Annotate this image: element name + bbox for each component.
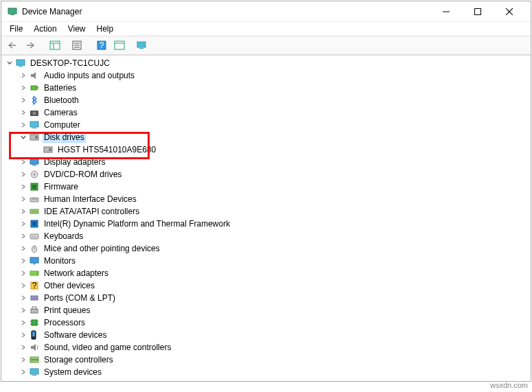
expander-icon[interactable] <box>18 119 29 130</box>
tree-item-processors[interactable]: Processors <box>1 316 531 329</box>
expander-icon[interactable] <box>18 243 29 254</box>
svg-rect-37 <box>30 198 38 202</box>
tree-item-keyboards[interactable]: Keyboards <box>1 230 531 242</box>
close-button[interactable] <box>494 1 525 22</box>
svg-rect-36 <box>32 185 36 189</box>
tree-item-human-interface-devices[interactable]: Human Interface Devices <box>1 193 531 205</box>
tree-item-storage-controllers[interactable]: Storage controllers <box>1 354 531 366</box>
svg-rect-19 <box>16 60 25 65</box>
node-label: Monitors <box>43 255 77 266</box>
titlebar[interactable]: Device Manager <box>1 1 531 22</box>
svg-rect-20 <box>19 66 23 67</box>
expander-icon[interactable] <box>4 58 15 69</box>
svg-point-34 <box>34 174 36 176</box>
expander-icon[interactable] <box>18 292 29 303</box>
svg-rect-49 <box>33 264 36 264</box>
tree-item-cameras[interactable]: Cameras <box>1 106 531 119</box>
expander-icon[interactable] <box>18 107 29 118</box>
tree-item-dvd-cd-rom-drives[interactable]: DVD/CD-ROM drives <box>1 168 531 181</box>
expander-icon[interactable] <box>18 132 29 143</box>
node-label: Processors <box>43 317 86 328</box>
svg-rect-59 <box>32 307 36 309</box>
menu-view[interactable]: View <box>62 23 91 35</box>
show-devices-button[interactable] <box>133 38 150 53</box>
tree-item-computer[interactable]: Computer <box>1 119 531 131</box>
device-icon <box>29 107 40 118</box>
app-icon <box>7 6 18 17</box>
tree-item-disk-drives[interactable]: Disk drives <box>1 131 531 143</box>
expander-icon[interactable] <box>18 342 29 353</box>
expander-icon[interactable] <box>32 144 43 155</box>
tree-item-sound-video-and-game-controllers[interactable]: Sound, video and game controllers <box>1 341 531 354</box>
tree-item-software-devices[interactable]: Software devices <box>1 329 531 341</box>
tree-item-ports-com-lpt-[interactable]: Ports (COM & LPT) <box>1 292 531 304</box>
tree-item-print-queues[interactable]: Print queues <box>1 304 531 316</box>
expander-icon[interactable] <box>18 169 29 180</box>
tree-item-ide-ata-atapi-controllers[interactable]: IDE ATA/ATAPI controllers <box>1 205 531 218</box>
tree-root[interactable]: DESKTOP-TC1CUJC <box>1 57 531 69</box>
node-label: Sound, video and game controllers <box>43 342 172 353</box>
expander-icon[interactable] <box>18 330 29 341</box>
tree-item-bluetooth[interactable]: Bluetooth <box>1 94 531 106</box>
device-tree[interactable]: DESKTOP-TC1CUJCAudio inputs and outputsB… <box>1 56 531 381</box>
expander-icon[interactable] <box>18 194 29 205</box>
svg-text:?: ? <box>100 41 104 50</box>
node-label: Batteries <box>43 82 78 93</box>
node-label: System devices <box>43 367 103 378</box>
expander-icon[interactable] <box>18 317 29 328</box>
tree-item-display-adapters[interactable]: Display adapters <box>1 156 531 168</box>
forward-button[interactable] <box>22 38 38 53</box>
tree-item-network-adapters[interactable]: Network adapters <box>1 267 531 279</box>
device-icon <box>15 58 26 69</box>
expander-icon[interactable] <box>18 82 29 93</box>
node-label: Firmware <box>43 181 80 192</box>
node-label: HGST HTS541010A9E680 <box>56 144 157 155</box>
expander-icon[interactable] <box>18 367 29 378</box>
node-label: Disk drives <box>43 132 86 143</box>
menu-action[interactable]: Action <box>28 23 62 35</box>
minimize-button[interactable] <box>430 1 462 22</box>
svg-rect-1 <box>10 14 14 15</box>
tree-item-other-devices[interactable]: ?Other devices <box>1 279 531 292</box>
expander-icon[interactable] <box>18 70 29 81</box>
watermark: wsxdn.com <box>490 381 528 389</box>
show-hide-console-button[interactable] <box>47 38 63 53</box>
expander-icon[interactable] <box>18 280 29 291</box>
device-icon <box>29 169 40 180</box>
svg-rect-17 <box>137 42 146 47</box>
expander-icon[interactable] <box>18 218 29 229</box>
toolbar: ? <box>1 36 531 55</box>
help-button[interactable]: ? <box>93 38 110 53</box>
tree-leaf-hgst-hts541010a9e680[interactable]: HGST HTS541010A9E680 <box>1 143 531 156</box>
tree-item-audio-inputs-and-outputs[interactable]: Audio inputs and outputs <box>1 69 531 82</box>
expander-icon[interactable] <box>18 95 29 106</box>
menu-help[interactable]: Help <box>91 23 119 35</box>
tree-item-mice-and-other-pointing-devices[interactable]: Mice and other pointing devices <box>1 242 531 255</box>
svg-rect-69 <box>30 369 38 374</box>
device-icon <box>29 292 40 303</box>
maximize-button[interactable] <box>462 1 494 22</box>
expander-icon[interactable] <box>18 354 29 365</box>
device-icon <box>29 206 40 217</box>
back-button[interactable] <box>4 38 21 53</box>
svg-point-28 <box>35 136 38 139</box>
node-label: IDE ATA/ATAPI controllers <box>43 206 141 217</box>
tree-item-intel-r-dynamic-platform-and-thermal-framework[interactable]: Intel(R) Dynamic Platform and Thermal Fr… <box>1 218 531 230</box>
expander-icon[interactable] <box>18 268 29 279</box>
tree-item-monitors[interactable]: Monitors <box>1 255 531 267</box>
properties-button[interactable] <box>69 38 85 53</box>
scan-hardware-button[interactable] <box>111 38 128 53</box>
expander-icon[interactable] <box>18 206 29 217</box>
svg-point-55 <box>32 297 33 299</box>
expander-icon[interactable] <box>18 157 29 168</box>
menu-file[interactable]: File <box>4 23 28 35</box>
tree-item-system-devices[interactable]: System devices <box>1 366 531 378</box>
menubar: File Action View Help <box>1 22 531 36</box>
expander-icon[interactable] <box>18 255 29 266</box>
tree-item-batteries[interactable]: Batteries <box>1 82 531 94</box>
expander-icon[interactable] <box>18 181 29 192</box>
device-icon <box>29 218 40 229</box>
tree-item-firmware[interactable]: Firmware <box>1 181 531 193</box>
expander-icon[interactable] <box>18 305 29 316</box>
expander-icon[interactable] <box>18 231 29 242</box>
